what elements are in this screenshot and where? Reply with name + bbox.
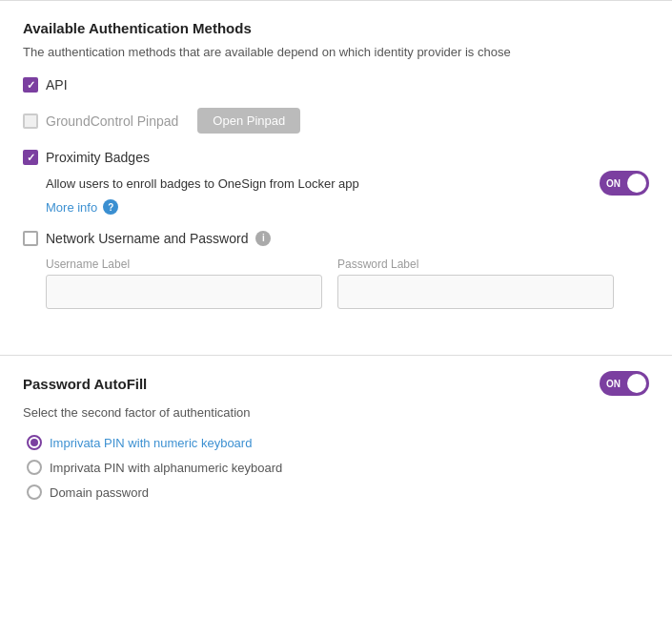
section-description: The authentication methods that are avai…	[23, 44, 649, 61]
password-autofill-toggle-label: ON	[606, 379, 627, 389]
proximity-desc-row: Allow users to enroll badges to OneSign …	[46, 171, 649, 196]
radio-label-0: Imprivata PIN with numeric keyboard	[50, 436, 252, 450]
proximity-description: Allow users to enroll badges to OneSign …	[46, 176, 584, 191]
section-title: Available Authentication Methods	[23, 20, 649, 36]
network-header-row: Network Username and Password i	[23, 230, 649, 246]
radio-item-0[interactable]: Imprivata PIN with numeric keyboard	[27, 435, 649, 450]
section-divider	[0, 355, 672, 356]
password-field-label: Password Label	[337, 258, 614, 271]
proximity-toggle-label: ON	[606, 178, 627, 189]
username-field-label: Username Label	[46, 258, 322, 271]
network-auth-block: Network Username and Password i Username…	[23, 230, 649, 309]
groundcontrol-label-row: GroundControl Pinpad Open Pinpad	[23, 108, 300, 134]
radio-label-2: Domain password	[50, 485, 149, 500]
network-info-icon[interactable]: i	[255, 231, 271, 246]
second-factor-radio-group: Imprivata PIN with numeric keyboard Impr…	[27, 435, 649, 500]
username-input[interactable]	[46, 275, 322, 309]
network-checkbox[interactable]	[23, 231, 38, 246]
password-autofill-toggle-track[interactable]: ON	[600, 371, 649, 396]
groundcontrol-auth-item: GroundControl Pinpad Open Pinpad	[23, 108, 649, 134]
more-info-icon[interactable]: ?	[103, 199, 118, 215]
api-label: API	[46, 77, 68, 93]
proximity-sub-section: Allow users to enroll badges to OneSign …	[46, 171, 649, 215]
proximity-checkbox[interactable]	[23, 150, 38, 165]
api-auth-item: API	[23, 76, 649, 93]
password-autofill-toggle[interactable]: ON	[600, 371, 649, 396]
network-fields-row: Username Label Password Label	[46, 258, 649, 309]
proximity-auth-block: Proximity Badges Allow users to enroll b…	[23, 149, 649, 215]
api-checkbox[interactable]	[23, 77, 38, 93]
radio-button-0[interactable]	[27, 435, 42, 450]
groundcontrol-checkbox[interactable]	[23, 113, 38, 129]
radio-label-1: Imprivata PIN with alphanumeric keyboard	[50, 461, 282, 475]
password-autofill-title: Password AutoFill	[23, 376, 147, 392]
radio-item-1[interactable]: Imprivata PIN with alphanumeric keyboard	[27, 460, 649, 475]
auth-methods-section: Available Authentication Methods The aut…	[0, 0, 672, 347]
proximity-toggle-knob	[627, 174, 646, 193]
network-label: Network Username and Password	[46, 231, 248, 246]
password-autofill-description: Select the second factor of authenticati…	[23, 405, 649, 420]
proximity-toggle-track[interactable]: ON	[600, 171, 649, 196]
radio-button-2[interactable]	[27, 484, 42, 500]
username-field-group: Username Label	[46, 258, 322, 309]
more-info-link[interactable]: More info	[46, 200, 97, 215]
password-label-input[interactable]	[337, 275, 614, 309]
password-autofill-section: Password AutoFill ON Select the second f…	[0, 371, 672, 519]
proximity-label: Proximity Badges	[46, 150, 150, 165]
groundcontrol-label: GroundControl Pinpad	[46, 113, 178, 129]
password-field-group: Password Label	[337, 258, 614, 309]
radio-button-1[interactable]	[27, 460, 42, 475]
proximity-header-row: Proximity Badges	[23, 149, 649, 165]
password-autofill-toggle-knob	[627, 374, 646, 393]
radio-item-2[interactable]: Domain password	[27, 484, 649, 500]
proximity-toggle[interactable]: ON	[600, 171, 649, 196]
more-info-row: More info ?	[46, 199, 649, 215]
open-pinpad-button[interactable]: Open Pinpad	[197, 108, 300, 134]
password-header-row: Password AutoFill ON	[23, 371, 649, 396]
api-label-row: API	[23, 76, 68, 93]
